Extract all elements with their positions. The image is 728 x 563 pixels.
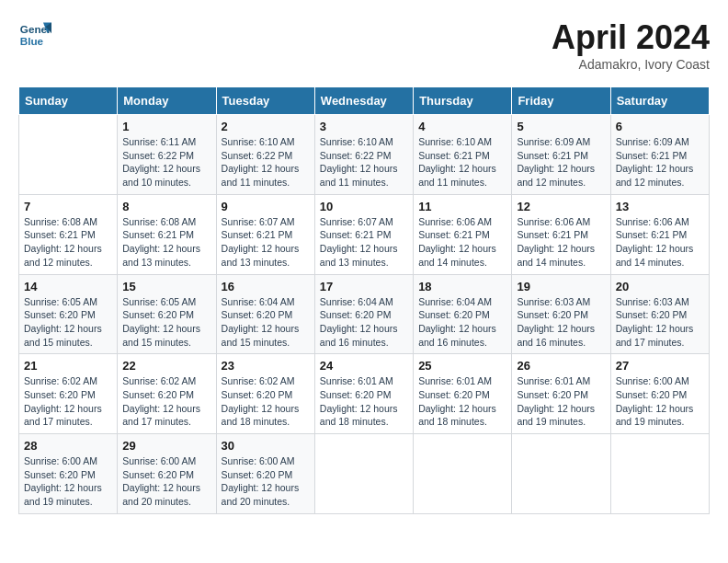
day-number: 12 [517,200,605,213]
day-info: Sunrise: 6:08 AM Sunset: 6:21 PM Dayligh… [122,215,210,270]
calendar-cell [512,434,610,514]
day-number: 27 [616,359,704,373]
day-info: Sunrise: 6:02 AM Sunset: 6:20 PM Dayligh… [122,374,210,429]
day-number: 7 [24,200,112,213]
calendar-cell: 11Sunrise: 6:06 AM Sunset: 6:21 PM Dayli… [414,194,512,274]
day-info: Sunrise: 6:04 AM Sunset: 6:20 PM Dayligh… [418,295,506,350]
calendar-cell: 7Sunrise: 6:08 AM Sunset: 6:21 PM Daylig… [19,194,118,274]
day-number: 20 [616,280,704,293]
day-number: 28 [24,439,112,453]
day-info: Sunrise: 6:08 AM Sunset: 6:21 PM Dayligh… [24,215,112,270]
calendar-cell: 5Sunrise: 6:09 AM Sunset: 6:21 PM Daylig… [512,115,610,195]
day-info: Sunrise: 6:10 AM Sunset: 6:22 PM Dayligh… [222,135,310,190]
day-info: Sunrise: 6:03 AM Sunset: 6:20 PM Dayligh… [517,295,605,350]
weekday-header-sunday: Sunday [19,87,118,115]
calendar-week-row: 14Sunrise: 6:05 AM Sunset: 6:20 PM Dayli… [19,274,710,354]
calendar-cell [314,434,413,514]
day-info: Sunrise: 6:09 AM Sunset: 6:21 PM Dayligh… [517,135,605,190]
calendar-cell [414,434,512,514]
day-number: 14 [24,280,112,293]
calendar-cell: 4Sunrise: 6:10 AM Sunset: 6:21 PM Daylig… [414,115,512,195]
calendar-cell: 2Sunrise: 6:10 AM Sunset: 6:22 PM Daylig… [216,115,314,195]
calendar-cell: 17Sunrise: 6:04 AM Sunset: 6:20 PM Dayli… [314,274,413,354]
page-header: General Blue April 2024 Adamakro, Ivory … [18,18,710,72]
day-info: Sunrise: 6:07 AM Sunset: 6:21 PM Dayligh… [222,215,310,270]
day-number: 30 [222,439,310,453]
day-number: 19 [517,280,605,293]
calendar-cell: 18Sunrise: 6:04 AM Sunset: 6:20 PM Dayli… [414,274,512,354]
day-number: 13 [616,200,704,213]
day-info: Sunrise: 6:10 AM Sunset: 6:21 PM Dayligh… [418,135,506,190]
day-number: 6 [616,120,704,133]
logo: General Blue [18,18,51,52]
calendar-cell: 9Sunrise: 6:07 AM Sunset: 6:21 PM Daylig… [216,194,314,274]
calendar-week-row: 7Sunrise: 6:08 AM Sunset: 6:21 PM Daylig… [19,194,710,274]
day-number: 9 [222,200,310,213]
calendar-cell: 26Sunrise: 6:01 AM Sunset: 6:20 PM Dayli… [512,354,610,434]
day-number: 3 [320,120,408,133]
weekday-header-friday: Friday [512,87,610,115]
day-info: Sunrise: 6:02 AM Sunset: 6:20 PM Dayligh… [222,374,310,429]
day-info: Sunrise: 6:01 AM Sunset: 6:20 PM Dayligh… [418,374,506,429]
calendar-cell: 15Sunrise: 6:05 AM Sunset: 6:20 PM Dayli… [118,274,216,354]
calendar-cell: 22Sunrise: 6:02 AM Sunset: 6:20 PM Dayli… [118,354,216,434]
location-subtitle: Adamakro, Ivory Coast [552,57,710,72]
calendar-cell: 19Sunrise: 6:03 AM Sunset: 6:20 PM Dayli… [512,274,610,354]
day-number: 18 [418,280,506,293]
day-info: Sunrise: 6:01 AM Sunset: 6:20 PM Dayligh… [517,374,605,429]
day-info: Sunrise: 6:11 AM Sunset: 6:22 PM Dayligh… [122,135,210,190]
day-number: 5 [517,120,605,133]
day-number: 17 [320,280,408,293]
calendar-cell: 25Sunrise: 6:01 AM Sunset: 6:20 PM Dayli… [414,354,512,434]
weekday-header-saturday: Saturday [610,87,709,115]
calendar-cell: 14Sunrise: 6:05 AM Sunset: 6:20 PM Dayli… [19,274,118,354]
weekday-header-monday: Monday [118,87,216,115]
day-info: Sunrise: 6:06 AM Sunset: 6:21 PM Dayligh… [517,215,605,270]
day-info: Sunrise: 6:09 AM Sunset: 6:21 PM Dayligh… [616,135,704,190]
day-info: Sunrise: 6:02 AM Sunset: 6:20 PM Dayligh… [24,374,112,429]
day-info: Sunrise: 6:00 AM Sunset: 6:20 PM Dayligh… [616,374,704,429]
calendar-cell: 29Sunrise: 6:00 AM Sunset: 6:20 PM Dayli… [118,434,216,514]
day-number: 8 [122,200,210,213]
day-info: Sunrise: 6:01 AM Sunset: 6:20 PM Dayligh… [320,374,408,429]
calendar-cell: 27Sunrise: 6:00 AM Sunset: 6:20 PM Dayli… [610,354,709,434]
calendar-cell: 6Sunrise: 6:09 AM Sunset: 6:21 PM Daylig… [610,115,709,195]
day-number: 10 [320,200,408,213]
calendar-week-row: 28Sunrise: 6:00 AM Sunset: 6:20 PM Dayli… [19,434,710,514]
svg-text:Blue: Blue [20,35,44,47]
calendar-week-row: 21Sunrise: 6:02 AM Sunset: 6:20 PM Dayli… [19,354,710,434]
day-number: 4 [418,120,506,133]
day-info: Sunrise: 6:04 AM Sunset: 6:20 PM Dayligh… [222,295,310,350]
day-number: 11 [418,200,506,213]
day-number: 15 [122,280,210,293]
day-number: 24 [320,359,408,373]
calendar-cell: 3Sunrise: 6:10 AM Sunset: 6:22 PM Daylig… [314,115,413,195]
title-area: April 2024 Adamakro, Ivory Coast [552,18,710,72]
calendar-cell: 1Sunrise: 6:11 AM Sunset: 6:22 PM Daylig… [118,115,216,195]
calendar-cell: 24Sunrise: 6:01 AM Sunset: 6:20 PM Dayli… [314,354,413,434]
month-title: April 2024 [552,18,710,57]
calendar-cell [19,115,118,195]
calendar-cell [610,434,709,514]
day-info: Sunrise: 6:00 AM Sunset: 6:20 PM Dayligh… [122,454,210,509]
logo-icon: General Blue [18,18,51,52]
calendar-cell: 12Sunrise: 6:06 AM Sunset: 6:21 PM Dayli… [512,194,610,274]
weekday-header-wednesday: Wednesday [314,87,413,115]
weekday-header-tuesday: Tuesday [216,87,314,115]
calendar-body: 1Sunrise: 6:11 AM Sunset: 6:22 PM Daylig… [19,115,710,514]
day-number: 1 [122,120,210,133]
weekday-row: SundayMondayTuesdayWednesdayThursdayFrid… [19,87,710,115]
day-number: 23 [222,359,310,373]
day-number: 25 [418,359,506,373]
day-number: 29 [122,439,210,453]
day-number: 2 [222,120,310,133]
day-info: Sunrise: 6:00 AM Sunset: 6:20 PM Dayligh… [222,454,310,509]
day-number: 22 [122,359,210,373]
day-info: Sunrise: 6:06 AM Sunset: 6:21 PM Dayligh… [418,215,506,270]
calendar-cell: 13Sunrise: 6:06 AM Sunset: 6:21 PM Dayli… [610,194,709,274]
day-info: Sunrise: 6:03 AM Sunset: 6:20 PM Dayligh… [616,295,704,350]
calendar-cell: 21Sunrise: 6:02 AM Sunset: 6:20 PM Dayli… [19,354,118,434]
day-info: Sunrise: 6:10 AM Sunset: 6:22 PM Dayligh… [320,135,408,190]
day-info: Sunrise: 6:06 AM Sunset: 6:21 PM Dayligh… [616,215,704,270]
weekday-header-thursday: Thursday [414,87,512,115]
